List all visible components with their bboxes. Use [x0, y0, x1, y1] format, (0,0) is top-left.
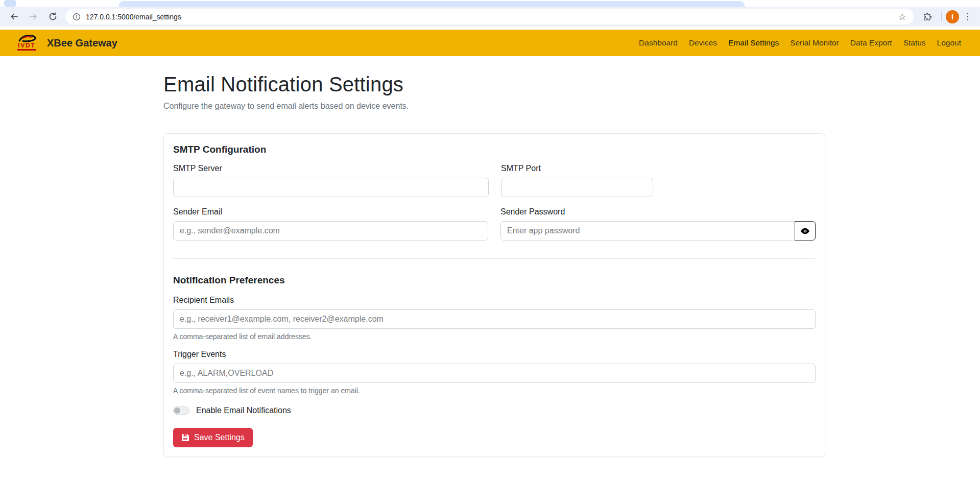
url-text[interactable]: 127.0.0.1:5000/email_settings — [86, 13, 896, 21]
back-arrow-icon — [10, 12, 18, 21]
save-settings-button[interactable]: Save Settings — [173, 428, 253, 447]
toggle-password-visibility-button[interactable] — [795, 221, 816, 240]
browser-toolbar: 127.0.0.1:5000/email_settings ☆ I ⋮ — [0, 7, 980, 27]
eye-icon — [801, 227, 809, 235]
nav-links: Dashboard Devices Email Settings Serial … — [633, 38, 967, 47]
toggle-knob — [174, 407, 180, 414]
site-info-icon[interactable] — [71, 12, 82, 22]
smtp-section-heading: SMTP Configuration — [173, 144, 816, 155]
recipient-emails-help: A comma-separated list of email addresse… — [173, 332, 816, 341]
forward-button[interactable] — [25, 9, 41, 25]
page-subtitle: Configure the gateway to send email aler… — [163, 102, 825, 111]
address-bar[interactable]: 127.0.0.1:5000/email_settings ☆ — [65, 9, 914, 25]
brand[interactable]: IVDT XBee Gateway — [15, 33, 117, 53]
brand-title[interactable]: XBee Gateway — [47, 37, 117, 49]
sender-password-label: Sender Password — [500, 207, 816, 217]
profile-initial: I — [951, 13, 953, 21]
puzzle-icon — [923, 12, 932, 21]
nav-link-data-export[interactable]: Data Export — [845, 38, 898, 47]
trigger-events-label: Trigger Events — [173, 350, 816, 359]
enable-notifications-toggle[interactable] — [173, 406, 189, 415]
extensions-button[interactable] — [919, 9, 936, 25]
save-settings-label: Save Settings — [194, 433, 245, 442]
browser-tab-strip — [0, 0, 980, 7]
enable-notifications-label: Enable Email Notifications — [196, 406, 291, 415]
reload-button[interactable] — [44, 9, 61, 25]
save-floppy-icon — [181, 434, 189, 442]
trigger-events-help: A comma-separated list of event names to… — [173, 387, 816, 395]
sender-email-label: Sender Email — [173, 207, 488, 217]
tab-fragment[interactable] — [4, 0, 16, 7]
toolbar-separator — [941, 12, 942, 21]
browser-menu-button[interactable]: ⋮ — [959, 11, 976, 22]
section-divider — [173, 258, 816, 259]
smtp-server-input[interactable] — [173, 178, 489, 197]
nav-link-devices[interactable]: Devices — [683, 38, 723, 47]
forward-arrow-icon — [29, 12, 38, 21]
profile-avatar[interactable]: I — [946, 10, 959, 23]
smtp-port-input[interactable] — [501, 178, 653, 197]
recipient-emails-input[interactable] — [173, 309, 816, 329]
settings-card: SMTP Configuration SMTP Server SMTP Port… — [163, 133, 825, 457]
trigger-events-input[interactable] — [173, 364, 816, 383]
page-title: Email Notification Settings — [163, 56, 825, 96]
nav-link-serial-monitor[interactable]: Serial Monitor — [784, 38, 845, 47]
ivdt-logo-icon: IVDT — [15, 33, 39, 53]
logo-text: IVDT — [18, 42, 35, 49]
smtp-port-label: SMTP Port — [501, 164, 653, 173]
reload-icon — [49, 12, 57, 21]
active-tab[interactable] — [119, 1, 745, 7]
nav-link-logout[interactable]: Logout — [931, 38, 967, 47]
sender-email-input[interactable] — [173, 221, 488, 240]
recipient-emails-label: Recipient Emails — [173, 296, 816, 305]
smtp-server-label: SMTP Server — [173, 164, 489, 173]
back-button[interactable] — [6, 9, 22, 25]
nav-link-dashboard[interactable]: Dashboard — [633, 38, 683, 47]
app-navbar: IVDT XBee Gateway Dashboard Devices Emai… — [0, 30, 980, 56]
sender-password-input[interactable] — [500, 221, 795, 240]
bookmark-star-icon[interactable]: ☆ — [896, 11, 909, 22]
page-body: Email Notification Settings Configure th… — [0, 56, 980, 457]
nav-link-email-settings[interactable]: Email Settings — [723, 38, 784, 47]
preferences-section-heading: Notification Preferences — [173, 275, 816, 286]
nav-link-status[interactable]: Status — [898, 38, 931, 47]
